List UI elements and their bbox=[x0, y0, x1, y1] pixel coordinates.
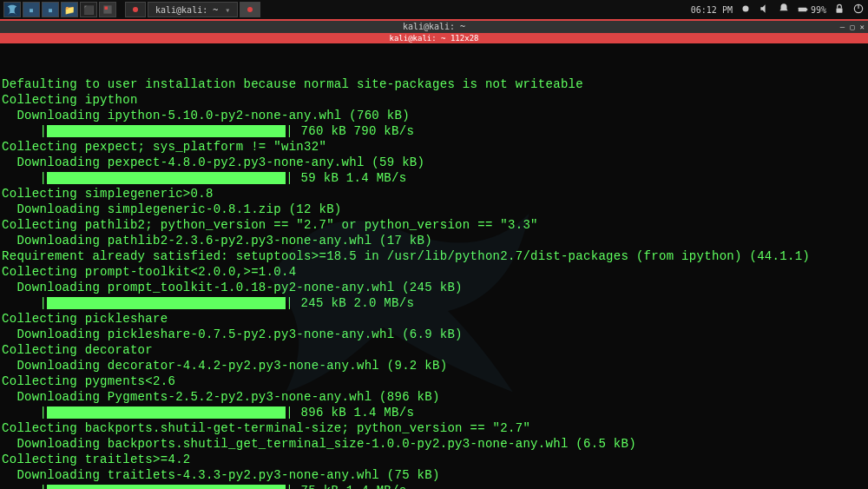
terminal-line: || 760 kB 790 kB/s bbox=[0, 123, 868, 139]
close-icon[interactable]: ✕ bbox=[860, 21, 865, 33]
taskbar-window-1[interactable] bbox=[125, 2, 146, 17]
maximize-icon[interactable]: ▢ bbox=[850, 21, 854, 33]
progress-bar bbox=[47, 485, 286, 489]
terminal-launcher-icon[interactable]: ⬛ bbox=[80, 2, 97, 17]
terminal-line: Collecting backports.shutil-get-terminal… bbox=[0, 420, 868, 436]
terminal-line: Collecting pygments<2.6 bbox=[0, 373, 868, 389]
taskbar-window-2[interactable]: kali@kali: ~ ▾ bbox=[148, 2, 238, 17]
record-icon[interactable] bbox=[740, 3, 752, 17]
desktop2-icon[interactable]: ▪ bbox=[42, 2, 59, 17]
minimize-icon[interactable]: – bbox=[840, 21, 845, 33]
terminal-tab-icon bbox=[247, 7, 253, 12]
taskbar-left: ▪ ▪ 📁 ⬛ kali@kali: ~ ▾ bbox=[3, 2, 260, 17]
window-subtitle-text: kali@kali: ~ 112x28 bbox=[390, 34, 479, 43]
terminal-line: Downloading prompt_toolkit-1.0.18-py2-no… bbox=[0, 280, 868, 295]
volume-icon[interactable] bbox=[759, 3, 771, 17]
terminal-line: Downloading pexpect-4.8.0-py2.py3-none-a… bbox=[0, 155, 868, 170]
progress-bar bbox=[47, 406, 286, 419]
terminal-line: || 896 kB 1.4 MB/s bbox=[0, 405, 868, 420]
app-menu-icon[interactable] bbox=[3, 2, 21, 17]
terminal-line: Collecting simplegeneric>0.8 bbox=[0, 186, 868, 202]
terminal-line: || 59 kB 1.4 MB/s bbox=[0, 170, 868, 186]
taskbar-right: 06:12 PM 99% bbox=[691, 3, 865, 17]
svg-point-2 bbox=[742, 6, 748, 12]
terminal-output[interactable]: Defaulting to user installation because … bbox=[0, 43, 868, 489]
terminal-line: Collecting traitlets>=4.2 bbox=[0, 452, 868, 467]
terminal-line: Downloading ipython-5.10.0-py2-none-any.… bbox=[0, 108, 868, 123]
terminal-line: Downloading simplegeneric-0.8.1.zip (12 … bbox=[0, 202, 868, 217]
desktop1-icon[interactable]: ▪ bbox=[23, 2, 40, 17]
power-icon[interactable] bbox=[852, 3, 865, 17]
terminal-line: Collecting decorator bbox=[0, 342, 868, 358]
terminal-line: Downloading Pygments-2.5.2-py2.py3-none-… bbox=[0, 389, 868, 405]
text-editor-icon[interactable] bbox=[99, 2, 116, 17]
terminal-line: Defaulting to user installation because … bbox=[0, 76, 868, 92]
terminal-line: Downloading backports.shutil_get_termina… bbox=[0, 436, 868, 452]
svg-rect-1 bbox=[105, 7, 108, 10]
clock[interactable]: 06:12 PM bbox=[691, 5, 733, 15]
notifications-icon[interactable] bbox=[778, 3, 790, 17]
terminal-line: Collecting prompt-toolkit<2.0.0,>=1.0.4 bbox=[0, 264, 868, 280]
separator bbox=[118, 2, 123, 17]
progress-bar bbox=[47, 297, 286, 309]
window-subtitle: kali@kali: ~ 112x28 bbox=[0, 33, 868, 43]
terminal-line: Collecting pexpect; sys_platform != "win… bbox=[0, 139, 868, 155]
svg-rect-4 bbox=[806, 9, 807, 10]
terminal-tab-icon bbox=[133, 7, 138, 12]
svg-rect-3 bbox=[799, 8, 806, 12]
svg-rect-5 bbox=[837, 8, 843, 12]
taskbar-window-label: kali@kali: ~ bbox=[155, 5, 218, 15]
lock-icon[interactable] bbox=[833, 3, 845, 17]
terminal-line: Collecting ipython bbox=[0, 92, 868, 108]
files-icon[interactable]: 📁 bbox=[61, 2, 78, 17]
terminal-line: || 245 kB 2.0 MB/s bbox=[0, 295, 868, 311]
terminal-line: Downloading decorator-4.4.2-py2.py3-none… bbox=[0, 358, 868, 373]
taskbar-window-3[interactable] bbox=[240, 2, 260, 17]
terminal-line: Downloading pickleshare-0.7.5-py2.py3-no… bbox=[0, 327, 868, 342]
terminal-line: Collecting pathlib2; python_version == "… bbox=[0, 217, 868, 233]
battery-percent: 99% bbox=[811, 5, 826, 15]
terminal-line: Collecting pickleshare bbox=[0, 311, 868, 327]
terminal-line: Downloading traitlets-4.3.3-py2.py3-none… bbox=[0, 467, 868, 483]
terminal-line: Requirement already satisfied: setuptool… bbox=[0, 248, 868, 264]
terminal-line: || 75 kB 1.4 MB/s bbox=[0, 483, 868, 489]
terminal-line: Downloading pathlib2-2.3.6-py2.py3-none-… bbox=[0, 233, 868, 248]
taskbar: ▪ ▪ 📁 ⬛ kali@kali: ~ ▾ 06:12 PM bbox=[0, 0, 868, 19]
window-titlebar[interactable]: kali@kali: ~ – ▢ ✕ bbox=[0, 21, 868, 33]
battery-icon[interactable]: 99% bbox=[797, 3, 826, 16]
window-title-text: kali@kali: ~ bbox=[403, 22, 465, 31]
progress-bar bbox=[47, 125, 286, 137]
progress-bar bbox=[47, 172, 286, 184]
